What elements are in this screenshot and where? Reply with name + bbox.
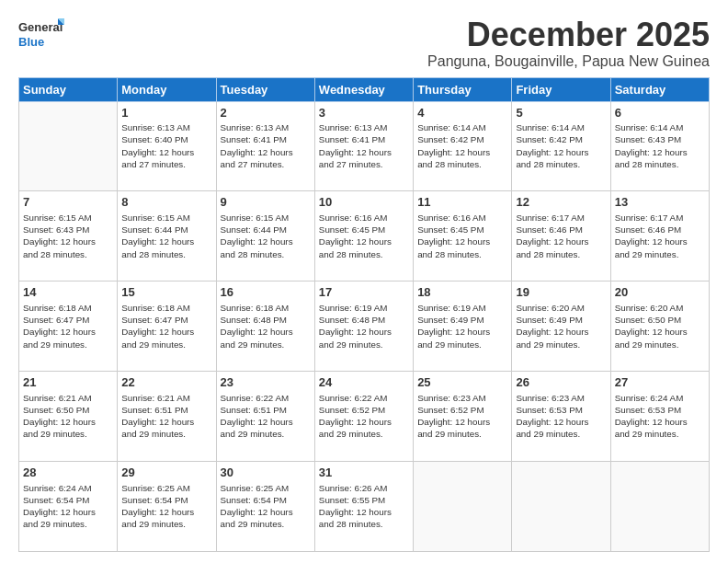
day-number: 11	[417, 194, 507, 211]
day-info: Sunrise: 6:19 AMSunset: 6:48 PMDaylight:…	[319, 302, 409, 350]
calendar-week-4: 21Sunrise: 6:21 AMSunset: 6:50 PMDayligh…	[19, 372, 710, 462]
calendar-header-monday: Monday	[118, 77, 216, 101]
day-number: 7	[23, 194, 113, 211]
calendar-cell: 9Sunrise: 6:15 AMSunset: 6:44 PMDaylight…	[216, 191, 314, 282]
logo: General Blue	[18, 17, 64, 53]
calendar-header-tuesday: Tuesday	[216, 77, 314, 101]
calendar-cell	[610, 462, 709, 552]
day-number: 28	[23, 465, 113, 481]
day-number: 19	[516, 284, 606, 301]
day-info: Sunrise: 6:20 AMSunset: 6:49 PMDaylight:…	[516, 302, 606, 350]
day-number: 5	[516, 105, 606, 121]
calendar-cell: 24Sunrise: 6:22 AMSunset: 6:52 PMDayligh…	[314, 372, 413, 462]
day-number: 16	[221, 284, 311, 301]
calendar-cell: 7Sunrise: 6:15 AMSunset: 6:43 PMDaylight…	[19, 191, 118, 282]
day-info: Sunrise: 6:21 AMSunset: 6:50 PMDaylight:…	[23, 392, 113, 441]
calendar-header-sunday: Sunday	[19, 77, 118, 101]
day-number: 17	[319, 284, 409, 301]
day-info: Sunrise: 6:24 AMSunset: 6:54 PMDaylight:…	[23, 482, 113, 531]
calendar-cell: 12Sunrise: 6:17 AMSunset: 6:46 PMDayligh…	[512, 191, 610, 282]
day-info: Sunrise: 6:22 AMSunset: 6:51 PMDaylight:…	[221, 392, 311, 441]
day-info: Sunrise: 6:24 AMSunset: 6:53 PMDaylight:…	[615, 392, 705, 441]
page: General Blue December 2025 Panguna, Boug…	[0, 0, 728, 563]
day-number: 3	[319, 105, 409, 121]
day-number: 2	[221, 105, 311, 121]
calendar-cell: 22Sunrise: 6:21 AMSunset: 6:51 PMDayligh…	[118, 372, 216, 462]
day-info: Sunrise: 6:15 AMSunset: 6:43 PMDaylight:…	[23, 212, 113, 260]
day-info: Sunrise: 6:20 AMSunset: 6:50 PMDaylight:…	[615, 302, 705, 350]
calendar-week-3: 14Sunrise: 6:18 AMSunset: 6:47 PMDayligh…	[19, 282, 710, 372]
day-info: Sunrise: 6:15 AMSunset: 6:44 PMDaylight:…	[121, 212, 211, 260]
day-info: Sunrise: 6:25 AMSunset: 6:54 PMDaylight:…	[221, 482, 311, 531]
header: General Blue December 2025 Panguna, Boug…	[18, 17, 710, 70]
calendar-week-2: 7Sunrise: 6:15 AMSunset: 6:43 PMDaylight…	[19, 191, 710, 282]
day-number: 29	[121, 465, 211, 481]
day-number: 4	[417, 105, 507, 121]
day-info: Sunrise: 6:19 AMSunset: 6:49 PMDaylight:…	[417, 302, 507, 350]
calendar-cell: 1Sunrise: 6:13 AMSunset: 6:40 PMDaylight…	[118, 101, 216, 191]
day-number: 23	[221, 374, 311, 391]
day-number: 20	[615, 284, 705, 301]
calendar-week-1: 1Sunrise: 6:13 AMSunset: 6:40 PMDaylight…	[19, 101, 710, 191]
calendar-cell: 10Sunrise: 6:16 AMSunset: 6:45 PMDayligh…	[314, 191, 413, 282]
calendar-header-row: SundayMondayTuesdayWednesdayThursdayFrid…	[19, 77, 710, 101]
calendar-cell: 6Sunrise: 6:14 AMSunset: 6:43 PMDaylight…	[610, 101, 709, 191]
day-info: Sunrise: 6:21 AMSunset: 6:51 PMDaylight:…	[121, 392, 211, 441]
subtitle: Panguna, Bougainville, Papua New Guinea	[427, 53, 710, 70]
calendar-header-thursday: Thursday	[414, 77, 512, 101]
day-info: Sunrise: 6:23 AMSunset: 6:52 PMDaylight:…	[417, 392, 507, 441]
day-info: Sunrise: 6:13 AMSunset: 6:41 PMDaylight:…	[221, 121, 311, 170]
day-number: 1	[121, 105, 211, 121]
calendar-header-friday: Friday	[512, 77, 610, 101]
main-title: December 2025	[427, 17, 710, 53]
calendar-cell: 5Sunrise: 6:14 AMSunset: 6:42 PMDaylight…	[512, 101, 610, 191]
day-number: 26	[516, 374, 606, 391]
day-number: 9	[221, 194, 311, 211]
day-info: Sunrise: 6:14 AMSunset: 6:42 PMDaylight:…	[417, 121, 507, 170]
day-info: Sunrise: 6:17 AMSunset: 6:46 PMDaylight:…	[516, 212, 606, 260]
calendar-header-wednesday: Wednesday	[314, 77, 413, 101]
calendar-cell: 19Sunrise: 6:20 AMSunset: 6:49 PMDayligh…	[512, 282, 610, 372]
calendar-cell: 31Sunrise: 6:26 AMSunset: 6:55 PMDayligh…	[314, 462, 413, 552]
calendar-cell: 14Sunrise: 6:18 AMSunset: 6:47 PMDayligh…	[19, 282, 118, 372]
calendar-cell: 21Sunrise: 6:21 AMSunset: 6:50 PMDayligh…	[19, 372, 118, 462]
day-number: 8	[121, 194, 211, 211]
day-info: Sunrise: 6:16 AMSunset: 6:45 PMDaylight:…	[319, 212, 409, 260]
calendar-cell: 15Sunrise: 6:18 AMSunset: 6:47 PMDayligh…	[118, 282, 216, 372]
calendar: SundayMondayTuesdayWednesdayThursdayFrid…	[18, 77, 710, 552]
day-info: Sunrise: 6:15 AMSunset: 6:44 PMDaylight:…	[221, 212, 311, 260]
day-info: Sunrise: 6:17 AMSunset: 6:46 PMDaylight:…	[615, 212, 705, 260]
calendar-cell: 3Sunrise: 6:13 AMSunset: 6:41 PMDaylight…	[314, 101, 413, 191]
day-number: 18	[417, 284, 507, 301]
title-block: December 2025 Panguna, Bougainville, Pap…	[427, 17, 710, 70]
day-info: Sunrise: 6:25 AMSunset: 6:54 PMDaylight:…	[121, 482, 211, 531]
calendar-cell: 11Sunrise: 6:16 AMSunset: 6:45 PMDayligh…	[414, 191, 512, 282]
day-number: 30	[221, 465, 311, 481]
day-number: 10	[319, 194, 409, 211]
calendar-header-saturday: Saturday	[610, 77, 709, 101]
calendar-cell	[512, 462, 610, 552]
day-info: Sunrise: 6:18 AMSunset: 6:48 PMDaylight:…	[221, 302, 311, 350]
calendar-cell: 13Sunrise: 6:17 AMSunset: 6:46 PMDayligh…	[610, 191, 709, 282]
day-info: Sunrise: 6:14 AMSunset: 6:43 PMDaylight:…	[615, 121, 705, 170]
day-info: Sunrise: 6:22 AMSunset: 6:52 PMDaylight:…	[319, 392, 409, 441]
calendar-week-5: 28Sunrise: 6:24 AMSunset: 6:54 PMDayligh…	[19, 462, 710, 552]
calendar-cell: 30Sunrise: 6:25 AMSunset: 6:54 PMDayligh…	[216, 462, 314, 552]
day-number: 15	[121, 284, 211, 301]
calendar-cell	[414, 462, 512, 552]
day-number: 13	[615, 194, 705, 211]
day-number: 25	[417, 374, 507, 391]
day-number: 21	[23, 374, 113, 391]
day-info: Sunrise: 6:14 AMSunset: 6:42 PMDaylight:…	[516, 121, 606, 170]
day-info: Sunrise: 6:16 AMSunset: 6:45 PMDaylight:…	[417, 212, 507, 260]
calendar-cell: 18Sunrise: 6:19 AMSunset: 6:49 PMDayligh…	[414, 282, 512, 372]
calendar-cell: 16Sunrise: 6:18 AMSunset: 6:48 PMDayligh…	[216, 282, 314, 372]
svg-text:General: General	[18, 20, 63, 34]
day-info: Sunrise: 6:13 AMSunset: 6:40 PMDaylight:…	[121, 121, 211, 170]
calendar-cell: 23Sunrise: 6:22 AMSunset: 6:51 PMDayligh…	[216, 372, 314, 462]
day-info: Sunrise: 6:26 AMSunset: 6:55 PMDaylight:…	[319, 482, 409, 531]
calendar-cell: 17Sunrise: 6:19 AMSunset: 6:48 PMDayligh…	[314, 282, 413, 372]
day-number: 22	[121, 374, 211, 391]
calendar-cell: 28Sunrise: 6:24 AMSunset: 6:54 PMDayligh…	[19, 462, 118, 552]
day-number: 6	[615, 105, 705, 121]
